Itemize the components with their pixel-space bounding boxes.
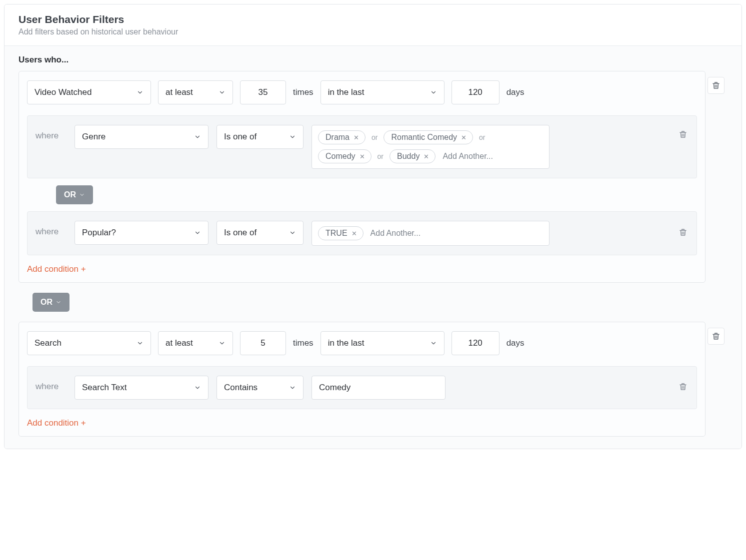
property-value: Search Text	[82, 383, 126, 393]
tag-pill[interactable]: Drama✕	[318, 130, 366, 144]
range-value-input-wrap[interactable]	[452, 80, 500, 104]
chevron-down-icon	[430, 340, 437, 347]
range-value-input-wrap[interactable]	[452, 331, 500, 355]
chevron-down-icon	[289, 384, 296, 391]
delete-condition-button[interactable]	[678, 130, 688, 141]
property-value: Genre	[82, 132, 106, 142]
range-type-value: in the last	[328, 338, 364, 348]
filter-card: User Behavior Filters Add filters based …	[4, 4, 742, 449]
chevron-down-icon	[56, 299, 62, 305]
add-another-tag[interactable]: Add Another...	[370, 228, 422, 239]
condition-block: where Search Text Contains Comedy	[27, 366, 697, 409]
chevron-down-icon	[194, 229, 201, 236]
connector-label: OR	[64, 190, 76, 199]
chevron-down-icon	[218, 89, 226, 96]
card-header: User Behavior Filters Add filters based …	[4, 4, 742, 46]
connector-label: OR	[40, 298, 52, 307]
tag-pill[interactable]: Buddy✕	[390, 149, 436, 163]
chevron-down-icon	[194, 133, 201, 140]
chevron-down-icon	[289, 229, 296, 236]
where-label: where	[36, 125, 66, 141]
add-condition-button[interactable]: Add condition +	[27, 418, 86, 428]
trash-icon	[678, 228, 688, 237]
count-input-wrap[interactable]	[240, 80, 286, 104]
event-select-value: Search	[34, 338, 62, 348]
card-subtitle: Add filters based on historical user beh…	[18, 27, 728, 36]
times-label: times	[293, 87, 314, 97]
times-label: times	[293, 338, 314, 348]
text-value: Comedy	[319, 383, 350, 393]
tag-input[interactable]: Drama✕ or Romantic Comedy✕ or Comedy✕ or…	[312, 125, 550, 169]
lead-label: Users who...	[18, 55, 728, 65]
trash-icon	[678, 130, 688, 139]
card-body: Users who... Video Watched at least	[4, 46, 742, 449]
remove-tag-icon[interactable]: ✕	[354, 134, 359, 141]
property-value: Popular?	[82, 228, 116, 238]
operator-select[interactable]: Is one of	[216, 125, 304, 149]
operator-value: Is one of	[224, 228, 256, 238]
count-input[interactable]	[248, 338, 278, 348]
trash-icon	[712, 81, 720, 90]
range-value-input[interactable]	[459, 87, 492, 97]
delete-condition-button[interactable]	[678, 228, 688, 239]
chevron-down-icon	[289, 133, 296, 140]
condition-connector-row: OR	[27, 178, 697, 211]
rule-line: Video Watched at least times in the last	[27, 80, 697, 104]
rule-block: Video Watched at least times in the last	[18, 71, 706, 283]
event-select[interactable]: Video Watched	[27, 80, 151, 104]
or-separator: or	[479, 133, 485, 141]
delete-condition-button[interactable]	[678, 382, 688, 393]
where-label: where	[36, 376, 66, 392]
operator-select[interactable]: Contains	[216, 376, 304, 400]
range-value-input[interactable]	[459, 338, 492, 348]
tag-pill[interactable]: Romantic Comedy✕	[384, 130, 473, 144]
event-select-value: Video Watched	[34, 87, 92, 97]
operator-value: Is one of	[224, 132, 256, 142]
chevron-down-icon	[136, 340, 144, 347]
tag-pill[interactable]: Comedy✕	[318, 149, 372, 163]
event-select[interactable]: Search	[27, 331, 151, 355]
remove-tag-icon[interactable]: ✕	[461, 134, 466, 141]
rule-connector-button[interactable]: OR	[32, 293, 70, 312]
chevron-down-icon	[136, 89, 144, 96]
property-select[interactable]: Search Text	[74, 376, 208, 400]
rule-connector-row: OR	[18, 283, 706, 322]
add-another-tag[interactable]: Add Another...	[442, 151, 494, 162]
property-select[interactable]: Popular?	[74, 221, 208, 245]
comparator-value: at least	[166, 338, 193, 348]
remove-tag-icon[interactable]: ✕	[352, 230, 357, 237]
rule-block: Search at least times in the last	[18, 322, 706, 437]
trash-icon	[712, 332, 720, 341]
delete-rule-button[interactable]	[708, 77, 724, 94]
tag-pill[interactable]: TRUE✕	[318, 226, 364, 240]
where-label: where	[36, 221, 66, 237]
count-input-wrap[interactable]	[240, 331, 286, 355]
delete-rule-button[interactable]	[708, 328, 724, 345]
chevron-down-icon	[194, 384, 201, 391]
tag-input[interactable]: TRUE✕ Add Another...	[312, 221, 550, 246]
rule-line: Search at least times in the last	[27, 331, 697, 355]
condition-block: where Popular? Is one of TRUE✕ Add Anoth…	[27, 211, 697, 255]
or-separator: or	[372, 133, 378, 141]
or-separator: or	[378, 152, 384, 160]
chevron-down-icon	[218, 340, 226, 347]
range-type-select[interactable]: in the last	[320, 80, 444, 104]
range-type-value: in the last	[328, 87, 364, 97]
days-label: days	[506, 338, 524, 348]
chevron-down-icon	[79, 192, 85, 198]
add-condition-button[interactable]: Add condition +	[27, 264, 86, 274]
days-label: days	[506, 87, 524, 97]
trash-icon	[678, 382, 688, 391]
count-input[interactable]	[248, 87, 278, 97]
comparator-select[interactable]: at least	[158, 80, 233, 104]
comparator-select[interactable]: at least	[158, 331, 233, 355]
remove-tag-icon[interactable]: ✕	[424, 153, 429, 160]
operator-select[interactable]: Is one of	[216, 221, 304, 245]
property-select[interactable]: Genre	[74, 125, 208, 149]
chevron-down-icon	[430, 89, 437, 96]
text-value-input[interactable]: Comedy	[312, 376, 446, 400]
remove-tag-icon[interactable]: ✕	[360, 153, 365, 160]
operator-value: Contains	[224, 383, 258, 393]
condition-connector-button[interactable]: OR	[56, 185, 93, 204]
range-type-select[interactable]: in the last	[320, 331, 444, 355]
